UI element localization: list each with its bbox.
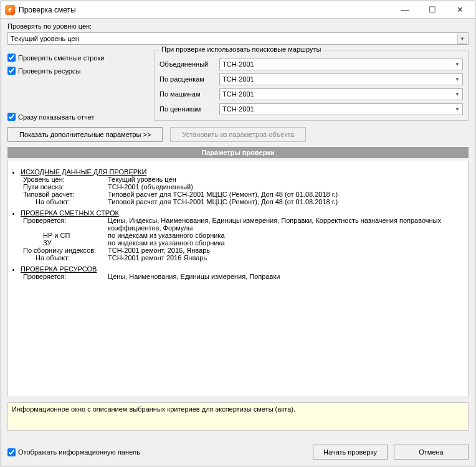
route-row-combined: Объединенный ТСН-2001 ▼ [159, 57, 463, 72]
route-label: По машинам [159, 90, 216, 98]
route-value: ТСН-2001 [222, 90, 254, 98]
check-show-info-panel[interactable]: Отображать информационную панель [7, 448, 140, 456]
routes-group: При проверке использовать поисковые марш… [154, 50, 469, 121]
start-check-button[interactable]: Начать проверку [313, 445, 388, 460]
check-show-report-box[interactable] [7, 113, 16, 121]
check-resources[interactable]: Проверять ресурсы [7, 67, 148, 75]
chevron-down-icon: ▼ [452, 59, 462, 70]
kv-key: Типовой расчет: [21, 191, 108, 198]
check-show-report[interactable]: Сразу показывать отчет [7, 113, 148, 121]
route-label: По ценникам [159, 105, 216, 113]
check-resources-label: Проверять ресурсы [18, 67, 80, 75]
params-body: ИСХОДНЫЕ ДАННЫЕ ДЛЯ ПРОВЕРКИ Уровень цен… [7, 161, 469, 397]
titlebar: e Проверка сметы — ☐ ✕ [1, 1, 475, 19]
kv-val: ТСН-2001 (объединенный) [108, 183, 193, 191]
section-lines: ПРОВЕРКА СМЕТНЫХ СТРОК Проверяется:Цены,… [21, 209, 464, 262]
kv-val: ТСН-2001 ремонт 2016 Январь [108, 254, 207, 262]
route-combo-rates[interactable]: ТСН-2001 ▼ [219, 73, 463, 85]
kv-key: Пути поиска: [21, 183, 108, 191]
section-title: ИСХОДНЫЕ ДАННЫЕ ДЛЯ ПРОВЕРКИ [21, 168, 146, 176]
kv-val: Текущий уровень цен [108, 176, 176, 183]
kv-key: ЗУ [21, 239, 108, 247]
route-combo-combined[interactable]: ТСН-2001 ▼ [219, 59, 463, 70]
kv-val: Цены, Наименования, Единицы измерения, П… [108, 273, 280, 280]
check-show-report-label: Сразу показывать отчет [18, 113, 94, 121]
price-level-combo[interactable]: Текущий уровень цен ▼ [7, 32, 469, 45]
check-estimate-lines-box[interactable] [7, 54, 16, 62]
footer: Отображать информационную панель Начать … [1, 441, 475, 466]
route-label: Объединенный [159, 60, 216, 68]
route-value: ТСН-2001 [222, 75, 254, 83]
route-row-rates: По расценкам ТСН-2001 ▼ [159, 72, 463, 87]
kv-key: На объект: [21, 198, 108, 205]
minimize-button[interactable]: — [391, 2, 419, 18]
check-resources-box[interactable] [7, 67, 16, 75]
show-additional-params-button[interactable]: Показать дополнительные параметры >> [7, 127, 163, 142]
price-level-value: Текущий уровень цен [11, 35, 79, 42]
kv-key: По сборнику индексов: [21, 247, 108, 254]
chevron-down-icon: ▼ [457, 34, 467, 44]
section-resources: ПРОВЕРКА РЕСУРСОВ Проверяется:Цены, Наим… [21, 265, 464, 280]
route-combo-prices[interactable]: ТСН-2001 ▼ [219, 103, 463, 115]
left-options: Проверять сметные строки Проверять ресур… [7, 50, 148, 121]
route-combo-machines[interactable]: ТСН-2001 ▼ [219, 88, 463, 100]
route-label: По расценкам [159, 75, 216, 83]
kv-val: Типовой расчет для ТСН-2001 МЦЦС (Ремонт… [108, 191, 338, 198]
chevron-down-icon: ▼ [452, 104, 462, 115]
params-header: Параметры проверки [7, 147, 469, 158]
kv-key: Уровень цен: [21, 176, 108, 183]
check-estimate-lines[interactable]: Проверять сметные строки [7, 54, 148, 62]
kv-val: Типовой расчет для ТСН-2001 МЦЦС (Ремонт… [108, 198, 338, 205]
options-area: Проверять сметные строки Проверять ресур… [7, 50, 469, 121]
chevron-down-icon: ▼ [452, 74, 462, 85]
kv-key: Проверяется: [21, 217, 108, 232]
route-value: ТСН-2001 [222, 105, 254, 113]
check-estimate-lines-label: Проверять сметные строки [18, 54, 105, 62]
button-row: Показать дополнительные параметры >> Уст… [7, 127, 469, 142]
content-area: Проверять по уровню цен: Текущий уровень… [1, 19, 475, 441]
window-title: Проверка сметы [19, 6, 391, 14]
route-value: ТСН-2001 [222, 60, 254, 68]
route-row-prices: По ценникам ТСН-2001 ▼ [159, 101, 463, 116]
kv-key: Проверяется: [21, 273, 108, 280]
kv-val: по индексам из указанного сборника [108, 232, 225, 239]
app-icon: e [5, 5, 15, 15]
close-button[interactable]: ✕ [446, 2, 474, 18]
kv-key: На объект: [21, 254, 108, 262]
info-text: Информационное окно с описанием выбранны… [12, 405, 295, 413]
section-title: ПРОВЕРКА РЕСУРСОВ [21, 265, 97, 273]
dialog-window: e Проверка сметы — ☐ ✕ Проверять по уров… [1, 1, 475, 466]
route-row-machines: По машинам ТСН-2001 ▼ [159, 87, 463, 101]
kv-key: НР и СП [21, 232, 108, 239]
kv-val: по индексам из указанного сборника [108, 239, 225, 247]
cancel-button[interactable]: Отмена [394, 445, 469, 460]
info-panel: Информационное окно с описанием выбранны… [7, 402, 469, 431]
check-show-info-panel-label: Отображать информационную панель [18, 448, 140, 456]
set-from-object-button: Установить из параметров объекта [170, 127, 306, 142]
routes-group-label: При проверке использовать поисковые марш… [159, 45, 323, 53]
chevron-down-icon: ▼ [452, 89, 462, 100]
section-source: ИСХОДНЫЕ ДАННЫЕ ДЛЯ ПРОВЕРКИ Уровень цен… [21, 168, 464, 205]
maximize-button[interactable]: ☐ [419, 2, 446, 18]
check-show-info-panel-box[interactable] [7, 448, 16, 456]
section-title: ПРОВЕРКА СМЕТНЫХ СТРОК [21, 209, 119, 217]
kv-val: ТСН-2001 ремонт, 2016, Январь [108, 247, 210, 254]
price-level-label: Проверять по уровню цен: [7, 22, 469, 30]
kv-val: Цены, Индексы, Наименования, Единицы изм… [108, 217, 464, 232]
